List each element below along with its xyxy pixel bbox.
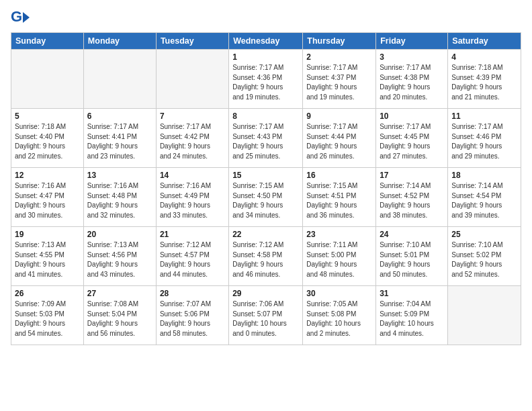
calendar-cell [11, 50, 84, 109]
calendar-cell: 31Sunrise: 7:04 AM Sunset: 5:09 PM Dayli… [376, 286, 448, 345]
day-number: 31 [380, 289, 444, 298]
day-info: Sunrise: 7:16 AM Sunset: 4:48 PM Dayligh… [87, 181, 152, 220]
day-number: 5 [15, 111, 80, 121]
day-number: 29 [232, 289, 299, 298]
calendar-cell: 21Sunrise: 7:12 AM Sunset: 4:57 PM Dayli… [156, 227, 228, 286]
calendar-cell: 20Sunrise: 7:13 AM Sunset: 4:56 PM Dayli… [83, 227, 156, 286]
calendar-cell: 14Sunrise: 7:16 AM Sunset: 4:49 PM Dayli… [156, 168, 228, 227]
calendar-cell [448, 286, 521, 345]
day-info: Sunrise: 7:12 AM Sunset: 4:58 PM Dayligh… [232, 240, 299, 279]
calendar-cell: 24Sunrise: 7:10 AM Sunset: 5:01 PM Dayli… [376, 227, 448, 286]
day-number: 27 [87, 289, 152, 298]
day-info: Sunrise: 7:08 AM Sunset: 5:04 PM Dayligh… [87, 300, 152, 338]
day-number: 8 [232, 111, 299, 121]
col-header-thursday: Thursday [303, 33, 376, 50]
day-info: Sunrise: 7:17 AM Sunset: 4:45 PM Dayligh… [380, 122, 444, 161]
page: G SundayMondayTuesdayWednesdayThursdayFr… [0, 0, 532, 411]
day-number: 20 [87, 230, 152, 239]
calendar-cell: 15Sunrise: 7:15 AM Sunset: 4:50 PM Dayli… [229, 168, 303, 227]
day-info: Sunrise: 7:07 AM Sunset: 5:06 PM Dayligh… [160, 300, 225, 338]
day-number: 28 [160, 289, 225, 298]
calendar-cell: 17Sunrise: 7:14 AM Sunset: 4:52 PM Dayli… [376, 168, 448, 227]
week-row-3: 12Sunrise: 7:16 AM Sunset: 4:47 PM Dayli… [11, 168, 521, 227]
day-number: 7 [160, 111, 225, 121]
day-number: 25 [451, 230, 517, 239]
day-info: Sunrise: 7:16 AM Sunset: 4:49 PM Dayligh… [160, 181, 225, 220]
day-number: 17 [380, 171, 444, 180]
week-row-4: 19Sunrise: 7:13 AM Sunset: 4:55 PM Dayli… [11, 227, 521, 286]
day-number: 6 [87, 111, 152, 121]
calendar-cell: 12Sunrise: 7:16 AM Sunset: 4:47 PM Dayli… [11, 168, 84, 227]
calendar-cell: 28Sunrise: 7:07 AM Sunset: 5:06 PM Dayli… [156, 286, 228, 345]
calendar-cell: 9Sunrise: 7:17 AM Sunset: 4:44 PM Daylig… [303, 109, 376, 168]
col-header-tuesday: Tuesday [156, 33, 228, 50]
day-info: Sunrise: 7:15 AM Sunset: 4:51 PM Dayligh… [306, 181, 372, 220]
day-number: 13 [87, 171, 152, 180]
calendar-cell [83, 50, 156, 109]
week-row-5: 26Sunrise: 7:09 AM Sunset: 5:03 PM Dayli… [11, 286, 521, 345]
calendar-cell: 23Sunrise: 7:11 AM Sunset: 5:00 PM Dayli… [303, 227, 376, 286]
svg-marker-1 [23, 12, 30, 23]
day-info: Sunrise: 7:10 AM Sunset: 5:02 PM Dayligh… [451, 240, 517, 279]
calendar-cell: 2Sunrise: 7:17 AM Sunset: 4:37 PM Daylig… [303, 50, 376, 109]
day-info: Sunrise: 7:18 AM Sunset: 4:39 PM Dayligh… [451, 63, 517, 102]
day-number: 16 [306, 171, 372, 180]
day-number: 23 [306, 230, 372, 239]
day-info: Sunrise: 7:10 AM Sunset: 5:01 PM Dayligh… [380, 240, 444, 279]
day-info: Sunrise: 7:14 AM Sunset: 4:54 PM Dayligh… [451, 181, 517, 220]
day-number: 14 [160, 171, 225, 180]
day-info: Sunrise: 7:06 AM Sunset: 5:07 PM Dayligh… [232, 300, 299, 338]
day-number: 26 [15, 289, 80, 298]
col-header-friday: Friday [376, 33, 448, 50]
day-info: Sunrise: 7:04 AM Sunset: 5:09 PM Dayligh… [380, 300, 444, 338]
day-number: 19 [15, 230, 80, 239]
day-info: Sunrise: 7:11 AM Sunset: 5:00 PM Dayligh… [306, 240, 372, 279]
day-info: Sunrise: 7:14 AM Sunset: 4:52 PM Dayligh… [380, 181, 444, 220]
calendar-cell: 22Sunrise: 7:12 AM Sunset: 4:58 PM Dayli… [229, 227, 303, 286]
day-info: Sunrise: 7:17 AM Sunset: 4:38 PM Dayligh… [380, 63, 444, 102]
calendar-cell: 1Sunrise: 7:17 AM Sunset: 4:36 PM Daylig… [229, 50, 303, 109]
week-row-1: 1Sunrise: 7:17 AM Sunset: 4:36 PM Daylig… [11, 50, 521, 109]
svg-text:G: G [11, 8, 22, 25]
calendar-cell: 18Sunrise: 7:14 AM Sunset: 4:54 PM Dayli… [448, 168, 521, 227]
calendar-cell: 8Sunrise: 7:17 AM Sunset: 4:43 PM Daylig… [229, 109, 303, 168]
day-number: 30 [306, 289, 372, 298]
col-header-sunday: Sunday [11, 33, 84, 50]
day-info: Sunrise: 7:17 AM Sunset: 4:42 PM Dayligh… [160, 122, 225, 161]
calendar-cell: 11Sunrise: 7:17 AM Sunset: 4:46 PM Dayli… [448, 109, 521, 168]
calendar-cell [156, 50, 228, 109]
logo: G [11, 8, 31, 27]
logo-icon: G [11, 8, 30, 27]
calendar-cell: 19Sunrise: 7:13 AM Sunset: 4:55 PM Dayli… [11, 227, 84, 286]
week-row-2: 5Sunrise: 7:18 AM Sunset: 4:40 PM Daylig… [11, 109, 521, 168]
col-header-wednesday: Wednesday [229, 33, 303, 50]
day-info: Sunrise: 7:17 AM Sunset: 4:37 PM Dayligh… [306, 63, 372, 102]
day-info: Sunrise: 7:17 AM Sunset: 4:43 PM Dayligh… [232, 122, 299, 161]
calendar-cell: 4Sunrise: 7:18 AM Sunset: 4:39 PM Daylig… [448, 50, 521, 109]
day-info: Sunrise: 7:18 AM Sunset: 4:40 PM Dayligh… [15, 122, 80, 161]
day-number: 24 [380, 230, 444, 239]
calendar-cell: 27Sunrise: 7:08 AM Sunset: 5:04 PM Dayli… [83, 286, 156, 345]
calendar-cell: 13Sunrise: 7:16 AM Sunset: 4:48 PM Dayli… [83, 168, 156, 227]
day-number: 2 [306, 52, 372, 62]
calendar-cell: 7Sunrise: 7:17 AM Sunset: 4:42 PM Daylig… [156, 109, 228, 168]
day-number: 4 [451, 52, 517, 62]
header: G [11, 8, 521, 27]
day-info: Sunrise: 7:17 AM Sunset: 4:41 PM Dayligh… [87, 122, 152, 161]
day-number: 11 [451, 111, 517, 121]
day-number: 15 [232, 171, 299, 180]
day-info: Sunrise: 7:17 AM Sunset: 4:46 PM Dayligh… [451, 122, 517, 161]
day-info: Sunrise: 7:15 AM Sunset: 4:50 PM Dayligh… [232, 181, 299, 220]
col-header-saturday: Saturday [448, 33, 521, 50]
day-number: 18 [451, 171, 517, 180]
calendar-table: SundayMondayTuesdayWednesdayThursdayFrid… [11, 32, 521, 345]
day-number: 3 [380, 52, 444, 62]
day-info: Sunrise: 7:05 AM Sunset: 5:08 PM Dayligh… [306, 300, 372, 338]
calendar-cell: 5Sunrise: 7:18 AM Sunset: 4:40 PM Daylig… [11, 109, 84, 168]
calendar-cell: 3Sunrise: 7:17 AM Sunset: 4:38 PM Daylig… [376, 50, 448, 109]
calendar-cell: 6Sunrise: 7:17 AM Sunset: 4:41 PM Daylig… [83, 109, 156, 168]
day-info: Sunrise: 7:13 AM Sunset: 4:56 PM Dayligh… [87, 240, 152, 279]
calendar-cell: 10Sunrise: 7:17 AM Sunset: 4:45 PM Dayli… [376, 109, 448, 168]
calendar-cell: 26Sunrise: 7:09 AM Sunset: 5:03 PM Dayli… [11, 286, 84, 345]
calendar-cell: 16Sunrise: 7:15 AM Sunset: 4:51 PM Dayli… [303, 168, 376, 227]
